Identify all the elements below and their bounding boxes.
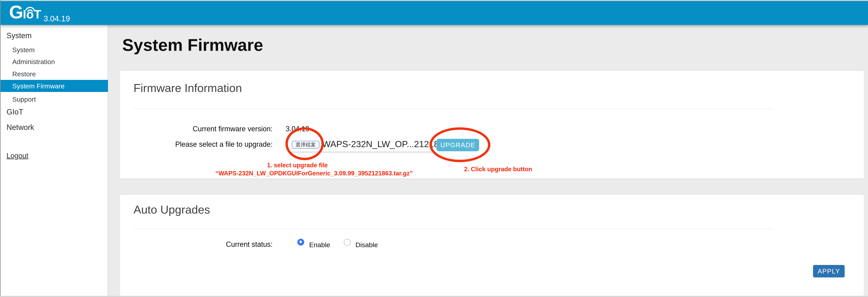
window-top-edge [0, 0, 868, 1]
logo-letter: G [9, 5, 23, 20]
enable-radio[interactable] [297, 239, 304, 245]
card-divider [133, 109, 773, 109]
sidebar-item-support[interactable]: Support [12, 96, 36, 103]
sidebar: System System Administration Restore Sys… [0, 25, 108, 297]
sidebar-item-restore[interactable]: Restore [12, 71, 36, 77]
annotation-step1: 1. select upgrade file [267, 162, 328, 168]
card-title-auto-upgrades: Auto Upgrades [133, 204, 210, 215]
sidebar-section-network[interactable]: Network [6, 124, 34, 131]
card-title-firmware-information: Firmware Information [133, 82, 242, 94]
annotation-step2: 2. Click upgrade button [464, 166, 532, 172]
current-firmware-version-label: Current firmware version: [120, 125, 273, 132]
current-firmware-version-value: 3.04.19 [286, 125, 309, 132]
annotation-filename: “WAPS-232N_LW_OPDKGUIForGeneric_3.09.99_… [215, 170, 413, 176]
sidebar-item-system[interactable]: System [12, 46, 35, 53]
top-header-bar [0, 0, 868, 25]
choose-file-button-label: 選擇檔案 [295, 142, 316, 147]
disable-radio[interactable] [344, 239, 351, 246]
window-left-edge [0, 0, 1, 297]
apply-button[interactable]: APPLY [813, 265, 845, 277]
logout-link[interactable]: Logout [6, 152, 28, 159]
card-divider [133, 229, 773, 229]
giot-logo: GIoT [9, 5, 41, 20]
sidebar-item-system-firmware-label[interactable]: System Firmware [12, 82, 64, 89]
enable-radio-label[interactable]: Enable [309, 241, 330, 248]
file-input-underline [291, 152, 434, 152]
apply-button-label: APPLY [817, 268, 840, 274]
page-title: System Firmware [122, 36, 263, 54]
sidebar-section-giot[interactable]: GIoT [6, 108, 23, 116]
wifi-icon [25, 4, 35, 9]
window-bottom-edge [0, 296, 868, 297]
choose-file-button[interactable]: 選擇檔案 [292, 141, 319, 149]
upgrade-button-label: UPGRADE [440, 142, 475, 148]
select-file-label: Please select a file to upgrade: [120, 141, 273, 148]
firmware-version-header: 3.04.19 [43, 14, 70, 23]
firmware-information-card: Firmware Information Current firmware ve… [120, 71, 864, 178]
sidebar-section-system[interactable]: System [6, 32, 32, 39]
current-status-label: Current status: [120, 241, 273, 248]
app-root: GIoT 3.04.19 System System Administratio… [0, 0, 868, 297]
disable-radio-label[interactable]: Disable [355, 241, 378, 248]
sidebar-item-administration[interactable]: Administration [12, 58, 55, 65]
auto-upgrades-card: Auto Upgrades Current status: Enable Dis… [120, 195, 864, 296]
upgrade-button[interactable]: UPGRADE [437, 139, 479, 151]
